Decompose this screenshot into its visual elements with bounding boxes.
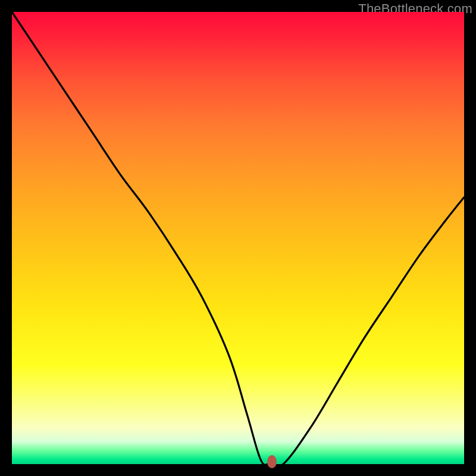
chart-frame: TheBottleneck.com [0, 0, 476, 476]
optimum-marker [267, 455, 277, 468]
bottleneck-curve [12, 12, 464, 464]
plot-area [12, 12, 464, 464]
curve-path [12, 12, 464, 467]
